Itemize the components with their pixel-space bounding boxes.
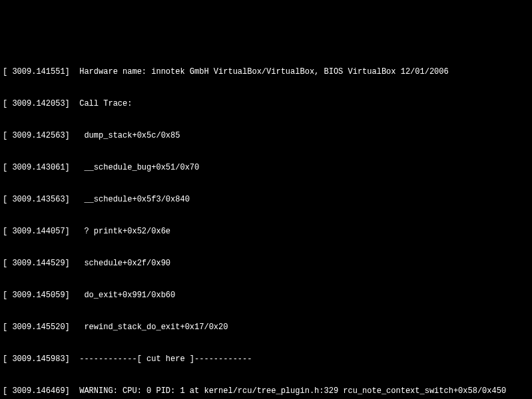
log-line: [ 3009.141551] Hardware name: innotek Gm… — [3, 66, 529, 77]
log-line: [ 3009.144529] schedule+0x2f/0x90 — [3, 258, 529, 269]
log-line: [ 3009.143061] __schedule_bug+0x51/0x70 — [3, 162, 529, 173]
log-line: [ 3009.143563] __schedule+0x5f3/0x840 — [3, 194, 529, 205]
log-line: [ 3009.145983] ------------[ cut here ]-… — [3, 354, 529, 364]
log-line: [ 3009.145520] rewind_stack_do_exit+0x17… — [3, 322, 529, 332]
log-line: [ 3009.142563] dump_stack+0x5c/0x85 — [3, 130, 529, 141]
log-line: [ 3009.142053] Call Trace: — [3, 98, 529, 109]
log-line: [ 3009.145059] do_exit+0x991/0xb60 — [3, 290, 529, 301]
log-line: [ 3009.144057] ? printk+0x52/0x6e — [3, 226, 529, 237]
kernel-log-terminal: [ 3009.141551] Hardware name: innotek Gm… — [3, 45, 529, 399]
log-line: [ 3009.146469] WARNING: CPU: 0 PID: 1 at… — [3, 386, 529, 396]
